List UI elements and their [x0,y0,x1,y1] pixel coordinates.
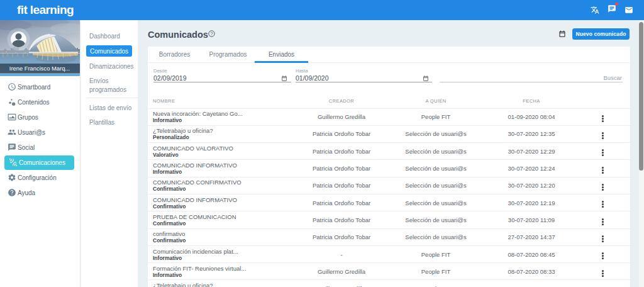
svg-text:Irene Francisco Marq...: Irene Francisco Marq... [9,65,70,72]
svg-text:?: ? [210,31,213,37]
